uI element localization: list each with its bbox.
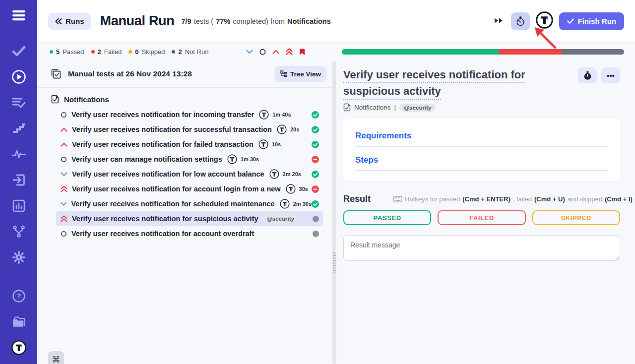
tree-view-icon xyxy=(280,70,287,77)
stopwatch-icon xyxy=(515,16,525,26)
test-row[interactable]: Verify user receives notification for lo… xyxy=(56,167,323,182)
page-title: Manual Run xyxy=(100,13,175,29)
priority-normal-icon xyxy=(61,112,67,118)
percent-completed: 77% xyxy=(216,17,230,25)
runs-play-icon[interactable] xyxy=(11,69,26,84)
steps-stairs-icon[interactable] xyxy=(11,121,26,136)
projects-folder-icon[interactable] xyxy=(11,314,26,329)
passed-button[interactable]: PASSED xyxy=(343,210,431,225)
test-row[interactable]: Verify user receives notification for ac… xyxy=(56,226,323,241)
test-detail-title: Verify user receives notification for su… xyxy=(343,66,578,99)
security-tag-badge[interactable]: @security xyxy=(399,104,436,112)
priority-critical-icon xyxy=(61,185,67,192)
priority-filter-group xyxy=(246,48,305,56)
test-content-card: Requirements Steps xyxy=(343,119,620,181)
panel-splitter[interactable] xyxy=(332,61,336,364)
test-duration: 30s xyxy=(299,186,308,192)
status-passed-icon xyxy=(312,111,319,119)
hotkey-failed: (Cmd + U) xyxy=(534,195,565,203)
command-shortcut-button[interactable]: ⌘ xyxy=(48,351,64,364)
result-heading: Result xyxy=(343,194,371,204)
hotkey-skipped: (Cmd + I) xyxy=(605,195,633,203)
skipped-summary: 0Skipped xyxy=(128,48,165,56)
keyboard-icon xyxy=(393,196,402,202)
source-suite: Notifications xyxy=(287,17,331,25)
priority-normal-icon xyxy=(61,231,67,237)
stopwatch-icon xyxy=(584,71,591,80)
priority-blocker-bookmark-icon[interactable] xyxy=(299,48,305,56)
progress-passed-segment xyxy=(342,49,499,55)
double-chevron-left-icon xyxy=(55,18,62,24)
run-header: Runs Manual Run 7/9 tests ( 77% complete… xyxy=(37,0,635,43)
branch-icon[interactable] xyxy=(11,224,26,239)
failed-summary: 2Failed xyxy=(91,48,122,56)
test-source-logo-icon xyxy=(277,124,287,134)
run-progress-bar[interactable] xyxy=(342,49,624,55)
test-row[interactable]: Verify user receives notification for fa… xyxy=(56,137,323,152)
priority-normal-icon[interactable] xyxy=(259,49,266,55)
test-rows: Verify user receives notification for in… xyxy=(37,107,331,241)
tree-view-label: Tree View xyxy=(290,70,321,78)
steps-section-link[interactable]: Steps xyxy=(355,155,608,171)
import-icon[interactable] xyxy=(11,173,26,187)
finish-run-button[interactable]: Finish Run xyxy=(559,12,625,30)
hotkeys-hint: Hotkeys for passed (Cmd + ENTER) , faile… xyxy=(393,195,633,203)
test-plans-icon[interactable] xyxy=(11,95,26,110)
progress-failed-segment xyxy=(499,49,562,55)
breadcrumb-suite[interactable]: Notifications xyxy=(354,104,391,111)
test-source-logo-icon xyxy=(258,139,268,149)
priority-low-icon xyxy=(61,202,67,206)
status-passed-icon xyxy=(312,171,319,178)
failed-dot-icon xyxy=(91,50,95,54)
test-row[interactable]: Verify user receives notification for sc… xyxy=(56,196,323,211)
test-duration: 2m 20s xyxy=(283,171,301,177)
test-row-selected[interactable]: Verify user receives notification for su… xyxy=(56,211,323,226)
test-source-logo-icon xyxy=(286,184,296,194)
more-options-button[interactable]: ••• xyxy=(601,67,620,83)
suite-folder-row[interactable]: Notifications xyxy=(37,95,331,104)
priority-high-icon xyxy=(61,127,67,132)
analytics-icon[interactable] xyxy=(11,198,26,213)
tree-view-button[interactable]: Tree View xyxy=(275,66,326,82)
test-source-logo-icon xyxy=(259,110,269,120)
skipped-button[interactable]: SKIPPED xyxy=(532,210,620,225)
breadcrumb: Notifications | @security xyxy=(343,103,620,112)
priority-low-icon[interactable] xyxy=(246,50,253,54)
test-row[interactable]: Verify user can manage notification sett… xyxy=(56,152,323,167)
help-icon[interactable]: ? xyxy=(11,289,26,303)
pulse-icon[interactable] xyxy=(11,147,26,162)
test-tag: @security xyxy=(262,215,299,223)
test-list-header: Manual tests at 26 Nov 2024 13:28 Tree V… xyxy=(37,61,331,88)
tests-check-icon[interactable] xyxy=(11,44,26,59)
timer-button[interactable] xyxy=(511,12,530,30)
test-timer-button[interactable] xyxy=(578,67,597,83)
fast-forward-icon[interactable] xyxy=(494,17,503,26)
requirements-section-link[interactable]: Requirements xyxy=(355,131,608,147)
status-passed-icon xyxy=(312,126,319,133)
status-notrun-icon xyxy=(313,231,319,237)
run-progress-subtitle: 7/9 tests ( 77% completed) from Notifica… xyxy=(182,17,331,25)
result-message-input[interactable] xyxy=(343,235,620,261)
test-row[interactable]: Verify user receives notification for ac… xyxy=(56,182,323,196)
status-failed-icon xyxy=(312,185,319,193)
app-logo[interactable] xyxy=(11,340,26,355)
back-to-runs-button[interactable]: Runs xyxy=(48,13,91,30)
tests-fraction: 7/9 xyxy=(182,17,191,25)
priority-high-icon[interactable] xyxy=(272,50,279,54)
test-row[interactable]: Verify user receives notification for su… xyxy=(56,122,323,137)
test-duration: 1m 30s xyxy=(241,156,259,162)
priority-critical-icon[interactable] xyxy=(286,48,293,55)
menu-icon[interactable] xyxy=(11,8,26,23)
test-duration: 2m 30s xyxy=(293,201,312,207)
priority-low-icon xyxy=(61,172,67,177)
progress-notrun-segment xyxy=(562,49,624,55)
run-status-bar: 5Passed 2Failed 0Skipped 2Not Run xyxy=(37,43,635,61)
passed-summary: 5Passed xyxy=(50,48,84,56)
ellipsis-icon: ••• xyxy=(607,71,615,80)
brand-logo[interactable] xyxy=(536,11,553,31)
failed-button[interactable]: FAILED xyxy=(438,210,525,225)
status-notrun-icon xyxy=(313,216,319,222)
settings-gear-icon[interactable] xyxy=(11,250,26,265)
test-row[interactable]: Verify user receives notification for in… xyxy=(56,107,323,122)
finish-run-label: Finish Run xyxy=(578,17,617,25)
